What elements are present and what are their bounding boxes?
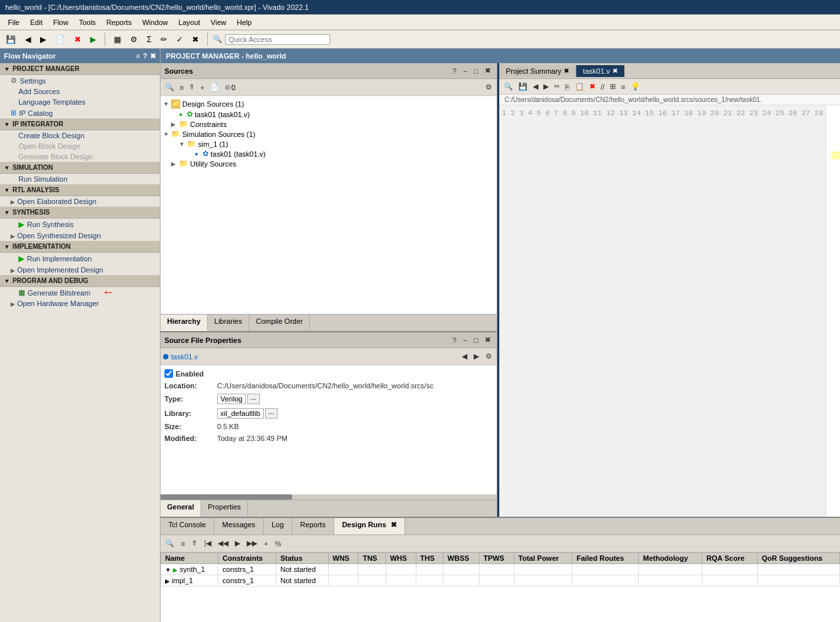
- editor-tab-task01-v-close[interactable]: ✖: [612, 67, 618, 74]
- editor-copy-btn[interactable]: ⎘: [563, 82, 572, 91]
- dr-filter-btn[interactable]: ≡: [179, 539, 187, 548]
- nav-create-block-design[interactable]: Create Block Design: [0, 130, 160, 141]
- editor-tab-project-summary[interactable]: Project Summary ✖: [499, 65, 576, 77]
- toolbar-check-btn[interactable]: ✓: [173, 33, 186, 46]
- toolbar-run-btn[interactable]: ▶: [87, 33, 99, 46]
- toolbar-pen-btn[interactable]: ✏: [157, 33, 170, 46]
- table-row[interactable]: ▶ impl_1 constrs_1 Not started: [161, 575, 840, 586]
- menu-reports[interactable]: Reports: [101, 17, 137, 28]
- quick-access-input[interactable]: [225, 34, 330, 45]
- editor-tab-project-summary-close[interactable]: ✖: [564, 67, 569, 74]
- dr-add-btn[interactable]: +: [262, 539, 270, 548]
- menu-window[interactable]: Window: [137, 17, 173, 28]
- tree-task01-design[interactable]: ● ✿ task01 (task01.v): [161, 109, 497, 119]
- tree-sim1[interactable]: ▼ 📁 sim_1 (1): [161, 139, 497, 149]
- toolbar-x2-btn[interactable]: ✖: [189, 33, 202, 46]
- editor-cut-btn[interactable]: ✂: [552, 82, 562, 91]
- bottom-tab-log[interactable]: Log: [264, 518, 292, 534]
- nav-generate-bitstream[interactable]: ▦ Generate Bitstream ←: [0, 287, 160, 298]
- sfp-minimize-btn[interactable]: −: [461, 335, 469, 345]
- menu-flow[interactable]: Flow: [48, 17, 74, 28]
- toolbar-forward-btn[interactable]: ▶: [37, 33, 49, 46]
- toolbar-back-btn[interactable]: ◀: [22, 33, 34, 46]
- editor-delete-btn[interactable]: ✖: [587, 82, 597, 91]
- nav-open-elaborated-design[interactable]: ▶ Open Elaborated Design: [0, 196, 160, 207]
- sfp-help-btn[interactable]: ?: [451, 335, 458, 345]
- nav-run-simulation[interactable]: Run Simulation: [0, 174, 160, 184]
- editor-forward-btn[interactable]: ▶: [541, 82, 551, 91]
- bottom-tab-messages[interactable]: Messages: [214, 518, 264, 534]
- nav-section-project-manager-header[interactable]: ▼ PROJECT MANAGER: [0, 63, 160, 75]
- bottom-tab-design-runs[interactable]: Design Runs ✖: [334, 518, 405, 534]
- sources-add-btn[interactable]: +: [198, 83, 206, 92]
- editor-search-btn[interactable]: 🔍: [502, 82, 515, 91]
- editor-comment-btn[interactable]: //: [599, 82, 606, 91]
- sfp-enabled-checkbox[interactable]: [164, 369, 173, 378]
- menu-view[interactable]: View: [205, 17, 232, 28]
- code-area[interactable]: 1 2 3 4 5 6 7 8 9 10 11 12 13 14 15 16 1…: [499, 105, 840, 517]
- sfp-scrollbar-track[interactable]: [161, 494, 497, 500]
- nav-run-implementation[interactable]: ▶ Run Implementation: [0, 253, 160, 265]
- editor-bulb-btn[interactable]: 💡: [629, 82, 642, 91]
- dr-run-btn[interactable]: ▶: [233, 538, 242, 548]
- toolbar-new-btn[interactable]: 📄: [52, 33, 68, 46]
- toolbar-close-btn[interactable]: ✖: [71, 33, 84, 46]
- sources-tab-libraries[interactable]: Libraries: [208, 315, 249, 331]
- dr-sort-btn[interactable]: ⇑: [189, 538, 199, 548]
- editor-list-btn[interactable]: ≡: [619, 82, 627, 91]
- nav-add-sources[interactable]: Add Sources: [0, 86, 160, 97]
- editor-save-btn[interactable]: 💾: [516, 82, 530, 91]
- tree-constraints[interactable]: ▶ 📁 Constraints: [161, 119, 497, 129]
- sources-search-btn[interactable]: 🔍: [163, 82, 176, 92]
- sources-close-btn[interactable]: ✖: [483, 66, 493, 76]
- nav-open-synthesized-design[interactable]: ▶ Open Synthesized Design: [0, 230, 160, 241]
- sources-tab-hierarchy[interactable]: Hierarchy: [161, 315, 208, 331]
- sources-file-btn[interactable]: 📄: [208, 82, 221, 92]
- sfp-forward-btn[interactable]: ▶: [472, 351, 481, 361]
- nav-language-templates[interactable]: Language Templates: [0, 97, 160, 107]
- nav-open-implemented-design[interactable]: ▶ Open Implemented Design: [0, 265, 160, 275]
- tree-simulation-sources[interactable]: ▼ 📁 Simulation Sources (1): [161, 129, 497, 139]
- dr-next-btn[interactable]: ▶▶: [245, 538, 259, 548]
- menu-help[interactable]: Help: [232, 17, 257, 28]
- toolbar-sigma-btn[interactable]: Σ: [143, 33, 155, 46]
- sources-collapse-btn[interactable]: ≡: [178, 83, 185, 92]
- sfp-scrollbar-thumb[interactable]: [161, 494, 292, 500]
- sfp-type-dots-btn[interactable]: ···: [247, 394, 260, 404]
- dr-search-btn[interactable]: 🔍: [163, 538, 176, 548]
- editor-tab-task01-v[interactable]: task01.v ✖: [576, 65, 625, 77]
- sfp-tab-properties[interactable]: Properties: [201, 500, 248, 517]
- table-row[interactable]: ▼ ▶ synth_1 constrs_1 Not started: [161, 564, 840, 575]
- nav-open-hardware-manager[interactable]: ▶ Open Hardware Manager: [0, 298, 160, 309]
- sfp-library-value[interactable]: xil_defaultlib: [217, 408, 264, 419]
- editor-table-btn[interactable]: ⊞: [608, 82, 618, 91]
- nav-section-ip-integrator-header[interactable]: ▼ IP INTEGRATOR: [0, 118, 160, 130]
- dr-percent-btn[interactable]: %: [273, 539, 284, 548]
- sources-tab-compile-order[interactable]: Compile Order: [249, 315, 310, 331]
- menu-edit[interactable]: Edit: [25, 17, 48, 28]
- sources-settings-btn[interactable]: ⚙: [483, 82, 494, 92]
- flow-nav-close[interactable]: ✖: [150, 52, 156, 61]
- nav-settings[interactable]: ⚙ Settings: [0, 75, 160, 86]
- toolbar-settings-btn[interactable]: ⚙: [127, 33, 141, 46]
- flow-nav-help[interactable]: ?: [143, 52, 147, 61]
- toolbar-save-btn[interactable]: 💾: [3, 33, 19, 46]
- bottom-tab-reports[interactable]: Reports: [292, 518, 334, 534]
- nav-section-rtl-analysis-header[interactable]: ▼ RTL ANALYSIS: [0, 184, 160, 196]
- menu-file[interactable]: File: [3, 17, 25, 28]
- sfp-restore-btn[interactable]: □: [472, 335, 480, 345]
- nav-ip-catalog[interactable]: ⊞ IP Catalog: [0, 107, 160, 118]
- sfp-back-btn[interactable]: ◀: [460, 351, 469, 361]
- sources-restore-btn[interactable]: □: [472, 66, 480, 76]
- code-content[interactable]: `timescale 1ns / 1ps ///////////////////…: [826, 105, 840, 517]
- nav-section-simulation-header[interactable]: ▼ SIMULATION: [0, 162, 160, 174]
- design-runs-close[interactable]: ✖: [391, 521, 397, 529]
- flow-nav-pin[interactable]: ≡: [136, 52, 140, 61]
- dr-first-btn[interactable]: |◀: [202, 538, 213, 548]
- sfp-library-dots-btn[interactable]: ···: [265, 408, 278, 419]
- sfp-close-btn[interactable]: ✖: [483, 335, 493, 345]
- editor-paste-btn[interactable]: 📋: [573, 82, 586, 91]
- nav-section-implementation-header[interactable]: ▼ IMPLEMENTATION: [0, 241, 160, 253]
- nav-run-synthesis[interactable]: ▶ Run Synthesis: [0, 219, 160, 230]
- bottom-tab-tcl[interactable]: Tcl Console: [161, 518, 214, 534]
